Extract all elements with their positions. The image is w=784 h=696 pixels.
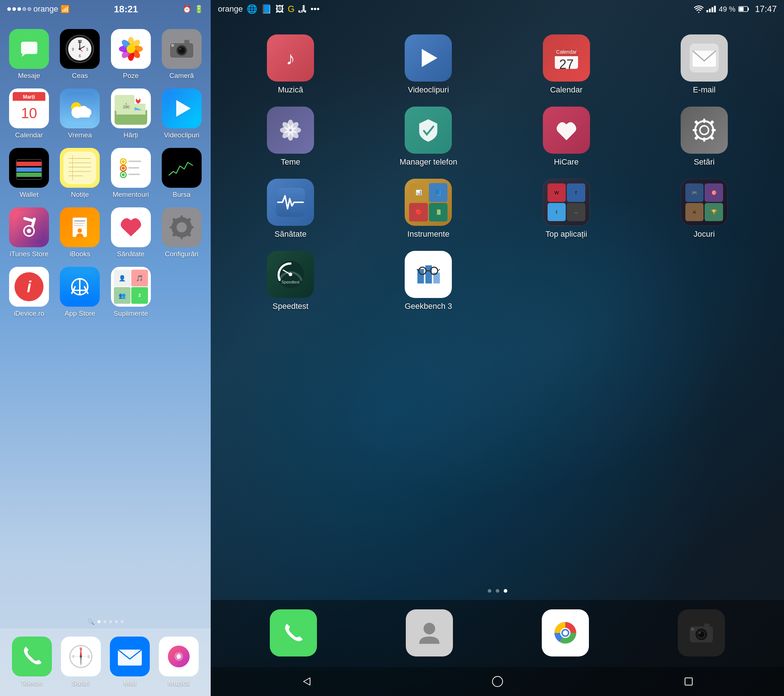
ios-alarm-icon: ⏰ [183,5,191,13]
and-muzica-label: Muzică [278,85,303,95]
and-app-speedtest[interactable]: Speedtest Speedtest [222,245,359,318]
and-dock-chrome[interactable] [540,604,591,663]
app-poze[interactable]: Poze [105,25,156,85]
and-app-email[interactable]: E-mail [635,29,773,101]
app-bursa[interactable]: Bursa [156,144,207,204]
app-videoclipuri-icon [162,89,202,128]
ios-time: 18:21 [114,3,138,15]
svg-point-71 [122,173,125,176]
svg-rect-82 [74,220,85,222]
app-harti[interactable]: 280 A Hărți [105,85,156,144]
android-nav-bar [211,667,784,696]
android-gallery-icon: 🖼 [276,4,284,14]
svg-point-68 [122,167,125,169]
app-mesaje[interactable]: Mesaje [3,25,54,85]
dock-muzica-label: Muzică [168,680,189,687]
android-more-icon: ••• [310,4,320,14]
and-app-geekbench[interactable]: Geekbench 3 [359,245,497,318]
svg-rect-150 [712,129,716,131]
app-configurari[interactable]: Configurări [156,204,207,263]
app-camera[interactable]: Cameră [156,25,207,85]
and-dock-contacts-icon [406,609,453,657]
app-calendar-label: Calendar [15,131,43,139]
app-idevice[interactable]: i iDevice.ro [3,263,54,322]
app-ibooks[interactable]: iBooks [54,204,105,263]
svg-rect-84 [74,225,83,226]
ios-app-grid: Mesaje 12 3 6 9 Ceas [0,18,211,614]
and-app-sanatate[interactable]: Sănătate [222,173,359,245]
nav-home-button[interactable] [487,674,508,689]
top-cell1: W [548,183,566,202]
and-app-jocuri[interactable]: 🎮 🎯 ⚔ 🏆 Jocuri [635,173,773,245]
dock-safari-icon: N S E V [61,637,101,676]
app-camera-label: Cameră [170,72,194,80]
app-appstore[interactable]: App Store [54,263,105,322]
svg-point-169 [423,623,435,634]
page-dot-1 [97,620,100,623]
svg-point-76 [27,229,31,233]
svg-text:Marți: Marți [23,94,35,100]
top-cell3: t [548,203,566,222]
and-dock-contacts[interactable] [404,604,455,663]
instr-cell2: 📘 [429,183,448,202]
app-bursa-label: Bursa [173,191,191,199]
and-app-teme[interactable]: Teme [222,101,359,173]
dock-muzica[interactable]: ♪ Muzică [157,633,201,693]
page-dot-4 [115,620,118,623]
svg-rect-54 [16,173,42,177]
dock-mail[interactable]: Mail [108,633,152,693]
and-app-calendar[interactable]: 27 Calendar Calendar [497,29,635,101]
ios-battery-icon: 🔋 [194,5,203,13]
app-harti-icon: 280 A [111,89,151,128]
svg-text:E: E [88,655,90,659]
and-hicare-icon [543,107,590,154]
and-app-hicare[interactable]: HiCare [497,101,635,173]
svg-rect-180 [704,624,709,627]
svg-text:3: 3 [86,48,89,51]
svg-rect-93 [190,226,194,229]
and-topapps-label: Top aplicații [545,229,587,239]
app-videoclipuri[interactable]: Videoclipuri [156,85,207,144]
and-app-videoclipuri[interactable]: Videoclipuri [359,29,497,101]
app-itunes[interactable]: iTunes Store [3,204,54,263]
and-app-topapps[interactable]: W f t ... Top aplicații [497,173,635,245]
svg-rect-147 [703,118,705,123]
dock-mail-label: Mail [124,680,136,687]
svg-rect-53 [16,168,42,172]
app-ceas[interactable]: 12 3 6 9 Ceas [54,25,105,85]
dock-safari[interactable]: N S E V Safari [59,633,103,693]
svg-point-146 [700,126,708,135]
app-suplimente[interactable]: 👤 🎵 👥 3 Suplimente [105,263,156,322]
nav-recents-button[interactable] [678,674,700,689]
dock-mail-icon [110,637,150,676]
and-dock-telefon[interactable] [268,604,319,663]
app-mementouri[interactable]: Mementouri [105,144,156,204]
and-videoclipuri-label: Videoclipuri [408,85,449,95]
svg-rect-62 [72,155,73,181]
android-status-bar: orange 🌐 📘 🖼 G 🏞 ••• [211,0,784,18]
svg-text:♪: ♪ [286,48,295,69]
app-wallet[interactable]: Wallet [3,144,54,204]
and-app-muzica[interactable]: ♪ Muzică [222,29,359,101]
and-app-manager[interactable]: Manager telefon [359,101,497,173]
app-vremea[interactable]: Vremea [54,85,105,144]
app-sanatate[interactable]: Sănătate [105,204,156,263]
joc-cell3: ⚔ [685,203,704,222]
svg-point-65 [122,160,125,163]
and-dock-chrome-icon [542,609,589,657]
and-app-setari[interactable]: Setări [635,101,773,173]
dock-telefon[interactable]: Telefon [10,633,54,693]
app-calendar[interactable]: Marți 10 Calendar [3,85,54,144]
and-calendar-label: Calendar [550,85,582,95]
ios-status-bar: orange 📶 18:21 ⏰ 🔋 [0,0,211,18]
app-notite[interactable]: Notițe [54,144,105,204]
app-appstore-label: App Store [64,309,96,318]
svg-text:N: N [79,647,82,651]
top-cell2: f [567,183,585,202]
and-dock-camera[interactable] [676,604,727,663]
dot3 [17,7,21,11]
and-instrumente-label: Instrumente [407,229,449,239]
and-app-instrumente[interactable]: 📊 📘 🔴 📗 Instrumente [359,173,497,245]
svg-point-181 [691,628,694,631]
nav-back-button[interactable] [296,674,317,689]
